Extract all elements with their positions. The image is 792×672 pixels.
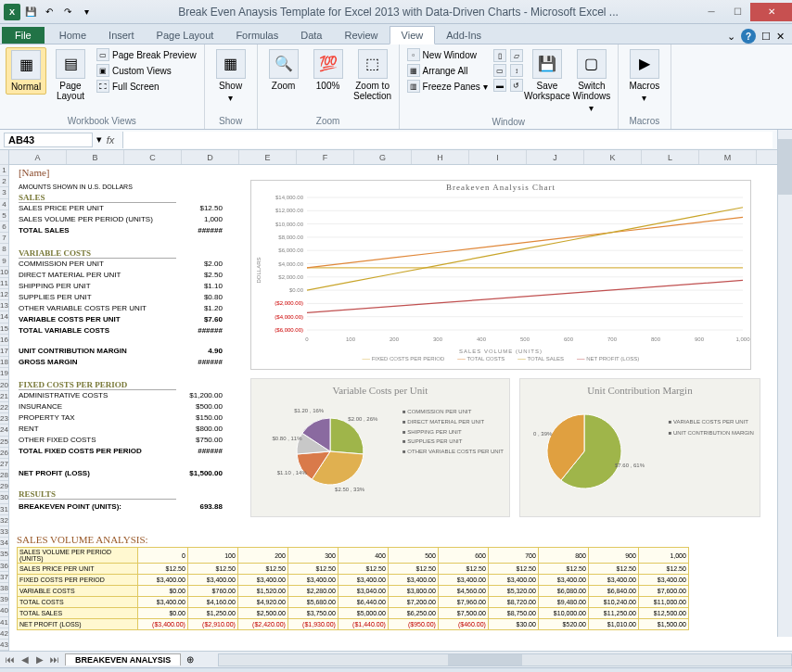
- file-tab[interactable]: File: [2, 27, 45, 44]
- view-side-icon[interactable]: ▱: [510, 49, 523, 62]
- analysis-table[interactable]: SALES VOLUME PER PERIOD (UNITS)010020030…: [17, 547, 689, 630]
- close-button[interactable]: ✕: [750, 3, 792, 21]
- show-button[interactable]: ▦Show▾: [211, 47, 251, 105]
- svg-text:500: 500: [520, 336, 530, 342]
- vscroll-thumb[interactable]: [778, 139, 792, 195]
- svg-text:$0.00: $0.00: [289, 287, 304, 293]
- minimize-button[interactable]: ─: [698, 3, 724, 21]
- tab-review[interactable]: Review: [333, 27, 389, 44]
- unhide-icon[interactable]: ▬: [493, 79, 506, 92]
- group-show: ▦Show▾ Show: [205, 44, 258, 129]
- svg-text:800: 800: [651, 336, 661, 342]
- tab-page-layout[interactable]: Page Layout: [146, 27, 225, 44]
- variable-costs-pie[interactable]: Variable Costs per Unit $2.00 , 26%$2.50…: [250, 378, 510, 517]
- minimize-ribbon-icon[interactable]: ⌄: [727, 31, 735, 43]
- new-window-button[interactable]: ▫New Window: [405, 47, 490, 62]
- group-macros: ▶Macros▾ Macros: [619, 44, 671, 129]
- qat-dropdown-icon[interactable]: ▾: [78, 4, 95, 20]
- new-window-icon: ▫: [407, 48, 420, 61]
- custom-views-icon: ▣: [96, 64, 109, 77]
- switch-windows-button[interactable]: ▢Switch Windows▾: [571, 47, 612, 115]
- hide-icon[interactable]: ▭: [493, 64, 506, 77]
- excel-icon[interactable]: X: [4, 4, 20, 20]
- svg-text:($4,000.00): ($4,000.00): [275, 314, 303, 320]
- zoom-100-icon: 💯: [313, 49, 343, 79]
- window-close-icon[interactable]: ✕: [776, 31, 785, 43]
- svg-text:($6,000.00): ($6,000.00): [275, 327, 303, 333]
- svg-text:$2.00 , 26%: $2.00 , 26%: [348, 416, 378, 422]
- tab-home[interactable]: Home: [48, 27, 97, 44]
- quick-access-toolbar: X 💾 ↶ ↷ ▾: [0, 4, 98, 20]
- svg-text:($2,000.00): ($2,000.00): [275, 300, 303, 306]
- svg-text:$1.20 , 16%: $1.20 , 16%: [294, 408, 325, 413]
- macros-icon: ▶: [630, 49, 659, 79]
- tab-data[interactable]: Data: [289, 27, 333, 44]
- analysis-title: SALES VOLUME ANALYSIS:: [17, 534, 759, 545]
- fx-icon[interactable]: fx: [102, 134, 119, 146]
- help-icon[interactable]: ?: [741, 29, 756, 44]
- split-icon[interactable]: ▯: [493, 49, 506, 62]
- normal-view-button[interactable]: ▦Normal: [6, 47, 46, 95]
- group-zoom: 🔍Zoom 💯100% ⬚Zoom to Selection Zoom: [258, 44, 400, 129]
- page-break-preview-button[interactable]: ▭Page Break Preview: [95, 47, 198, 62]
- macros-button[interactable]: ▶Macros▾: [624, 47, 665, 105]
- page-break-icon: ▭: [96, 48, 109, 61]
- zoom-button[interactable]: 🔍Zoom: [263, 47, 304, 93]
- name-placeholder: [Name]: [19, 167, 50, 178]
- svg-text:300: 300: [433, 336, 443, 342]
- formula-bar: ▾ fx ⌄: [0, 130, 792, 150]
- pie2-legend: ■ VARIABLE COSTS PER UNIT■ UNIT CONTRIBU…: [669, 416, 754, 438]
- group-window: ▫New Window ▦Arrange All ▥Freeze Panes ▾…: [400, 44, 619, 129]
- tab-formulas[interactable]: Formulas: [224, 27, 289, 44]
- tab-addins[interactable]: Add-Ins: [435, 27, 492, 44]
- svg-text:$4,000.00: $4,000.00: [278, 261, 303, 267]
- full-screen-button[interactable]: ⛶Full Screen: [95, 79, 198, 94]
- save-workspace-button[interactable]: 💾Save Workspace: [527, 47, 568, 103]
- sync-scroll-icon[interactable]: ↕: [510, 64, 523, 77]
- page-layout-button[interactable]: ▤Page Layout: [50, 47, 91, 103]
- row-headers[interactable]: 1234567891011121314151617181920212223242…: [0, 150, 9, 651]
- zoom-selection-button[interactable]: ⬚Zoom to Selection: [352, 47, 393, 103]
- grid[interactable]: ABCDEFGHIJKLMN [Name] AMOUNTS SHOWN IN U…: [9, 150, 792, 651]
- name-box[interactable]: [4, 133, 93, 147]
- vertical-scrollbar[interactable]: [777, 130, 792, 637]
- sheet-tab-active[interactable]: BREAKEVEN ANALYSIS: [65, 653, 181, 666]
- column-headers[interactable]: ABCDEFGHIJKLMN: [9, 150, 792, 165]
- window-restore-icon[interactable]: ☐: [761, 31, 771, 43]
- hscroll-thumb[interactable]: [448, 654, 522, 666]
- title-bar: X 💾 ↶ ↷ ▾ Break Even Anaysis Template fo…: [0, 0, 792, 24]
- svg-text:700: 700: [607, 336, 618, 342]
- svg-text:$8,000.00: $8,000.00: [278, 235, 303, 240]
- tab-view[interactable]: View: [390, 26, 436, 44]
- undo-icon[interactable]: ↶: [41, 4, 57, 20]
- svg-text:$2.50 , 33%: $2.50 , 33%: [335, 487, 365, 492]
- zoom-100-button[interactable]: 💯100%: [308, 47, 349, 93]
- custom-views-button[interactable]: ▣Custom Views: [95, 63, 198, 78]
- svg-text:$2,000.00: $2,000.00: [278, 274, 303, 280]
- new-sheet-icon[interactable]: ⊕: [181, 654, 199, 665]
- variable-header: VARIABLE COSTS: [19, 248, 176, 259]
- contribution-margin-pie[interactable]: Unit Contribution Margin $7.60 , 61%4.90…: [519, 378, 760, 517]
- horizontal-scrollbar[interactable]: [218, 653, 792, 666]
- svg-text:900: 900: [695, 336, 705, 342]
- reset-pos-icon[interactable]: ↺: [510, 79, 523, 92]
- tab-insert[interactable]: Insert: [97, 27, 146, 44]
- svg-text:$7.60 , 61%: $7.60 , 61%: [615, 463, 645, 468]
- breakeven-chart[interactable]: Breakeven Analysis Chart $14,000.00$12,0…: [250, 180, 751, 370]
- svg-text:0: 0: [305, 336, 309, 342]
- group-workbook-views: ▦Normal ▤Page Layout ▭Page Break Preview…: [0, 44, 205, 129]
- redo-icon[interactable]: ↷: [59, 4, 76, 20]
- pie1-svg: $2.00 , 26%$2.50 , 33%$1.10 , 14%$0.80 ,…: [270, 405, 390, 507]
- svg-text:400: 400: [477, 336, 487, 342]
- window-title: Break Even Anaysis Template for Excel 20…: [98, 6, 698, 19]
- formula-input[interactable]: [122, 132, 773, 148]
- switch-windows-icon: ▢: [577, 49, 607, 79]
- svg-text:1,000: 1,000: [735, 336, 750, 342]
- sheet-nav[interactable]: ⏮◀▶⏭: [0, 654, 65, 665]
- chart-legend: ── FIXED COSTS PER PERIOD── TOTAL COSTS─…: [251, 354, 750, 363]
- freeze-panes-button[interactable]: ▥Freeze Panes ▾: [405, 79, 490, 94]
- arrange-all-button[interactable]: ▦Arrange All: [405, 63, 490, 78]
- show-icon: ▦: [216, 49, 246, 79]
- save-icon[interactable]: 💾: [22, 4, 39, 20]
- maximize-button[interactable]: ☐: [724, 3, 750, 21]
